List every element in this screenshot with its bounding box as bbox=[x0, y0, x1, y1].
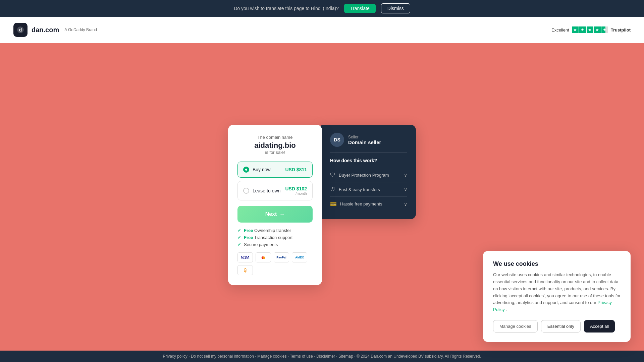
seller-avatar: DS bbox=[330, 133, 344, 147]
buy-now-left: Buy now bbox=[243, 167, 271, 173]
buy-now-option[interactable]: Buy now USD $811 bbox=[237, 162, 313, 178]
footer-do-not-sell-link[interactable]: Do not sell my personal information bbox=[191, 354, 254, 359]
seller-row: DS Seller Domain seller bbox=[330, 133, 407, 153]
svg-text:d: d bbox=[19, 27, 22, 33]
seller-role: Seller bbox=[348, 135, 381, 139]
lease-price-sub: /month bbox=[285, 191, 307, 195]
feature-transaction-text: Free Transaction support bbox=[244, 235, 292, 240]
next-arrow-icon: → bbox=[279, 211, 285, 217]
manage-cookies-button[interactable]: Manage cookies bbox=[493, 320, 538, 333]
chevron-down-icon-2: ∨ bbox=[404, 187, 407, 192]
shield-icon: 🛡 bbox=[330, 172, 335, 178]
godaddy-label: A GoDaddy Brand bbox=[64, 27, 97, 32]
domain-forsale: is for sale! bbox=[237, 150, 313, 155]
trustpilot-stars: ★ ★ ★ ★ ★ bbox=[572, 26, 608, 33]
check-icon-1: ✓ bbox=[237, 228, 241, 233]
footer-copyright: © 2024 Dan.com an Undeveloped BV subsidi… bbox=[357, 354, 481, 359]
fast-transfers-left: ⏱ Fast & easy transfers bbox=[330, 186, 380, 192]
buyer-protection-label: Buyer Protection Program bbox=[339, 173, 389, 178]
buyer-protection-left: 🛡 Buyer Protection Program bbox=[330, 172, 389, 178]
hassle-free-label: Hassle free payments bbox=[340, 201, 382, 206]
feature-ownership: ✓ Free Ownership transfer bbox=[237, 228, 313, 233]
chevron-down-icon-3: ∨ bbox=[404, 201, 407, 207]
hassle-free-item[interactable]: 💳 Hassle free payments ∨ bbox=[330, 197, 407, 211]
translate-button[interactable]: Translate bbox=[344, 4, 376, 13]
cookie-text: Our website uses cookies and similar tec… bbox=[493, 272, 621, 313]
mastercard-icon: ●● bbox=[256, 252, 271, 262]
how-it-works-title: How does this work? bbox=[330, 158, 407, 163]
footer-terms-link[interactable]: Terms of use bbox=[290, 354, 313, 359]
cookie-text-end: . bbox=[506, 307, 507, 312]
feature-transaction: ✓ Free Transaction support bbox=[237, 235, 313, 240]
logo-icon: d bbox=[13, 23, 28, 37]
clock-icon: ⏱ bbox=[330, 186, 335, 192]
fast-transfers-label: Fast & easy transfers bbox=[339, 187, 380, 192]
next-button[interactable]: Next → bbox=[237, 206, 313, 223]
feature-ownership-text: Free Ownership transfer bbox=[244, 228, 291, 233]
paypal-icon: PayPal bbox=[274, 252, 289, 262]
fast-transfers-item[interactable]: ⏱ Fast & easy transfers ∨ bbox=[330, 182, 407, 197]
star-4: ★ bbox=[594, 26, 601, 33]
star-5: ★ bbox=[601, 26, 608, 33]
buy-now-radio bbox=[243, 167, 249, 173]
bitcoin-icon: ₿ bbox=[237, 265, 253, 275]
payment-icons: VISA ●● PayPal AMEX ₿ bbox=[237, 252, 313, 275]
lease-label: Lease to own bbox=[253, 188, 280, 193]
lease-price-value: USD $102 bbox=[285, 186, 307, 191]
translate-bar: Do you wish to translate this page to Hi… bbox=[0, 0, 644, 17]
footer-links: Privacy policy · Do not sell my personal… bbox=[163, 354, 481, 359]
domain-name: aidating.bio bbox=[237, 141, 313, 150]
header: d dan.com A GoDaddy Brand Excellent ★ ★ … bbox=[0, 17, 644, 43]
trustpilot-label: Excellent bbox=[551, 27, 569, 33]
star-1: ★ bbox=[572, 26, 579, 33]
card-icon: 💳 bbox=[330, 201, 337, 207]
amex-icon: AMEX bbox=[292, 252, 307, 262]
buy-now-price: USD $811 bbox=[285, 167, 307, 172]
lease-left: Lease to own bbox=[243, 188, 280, 194]
lease-to-own-option[interactable]: Lease to own USD $102 /month bbox=[237, 181, 313, 200]
buy-now-price-value: USD $811 bbox=[285, 167, 307, 172]
feature-secure-text: Secure payments bbox=[244, 242, 278, 247]
footer-manage-cookies-link[interactable]: Manage cookies bbox=[257, 354, 286, 359]
seller-info-block: Seller Domain seller bbox=[348, 135, 381, 145]
check-icon-2: ✓ bbox=[237, 235, 241, 240]
cookie-title: We use cookies bbox=[493, 260, 621, 267]
lease-radio bbox=[243, 188, 249, 194]
footer-disclaimer-link[interactable]: Disclaimer bbox=[316, 354, 335, 359]
footer-privacy-link[interactable]: Privacy policy bbox=[163, 354, 187, 359]
essential-only-button[interactable]: Essential only bbox=[541, 320, 581, 333]
logo-text: dan.com bbox=[32, 26, 59, 34]
seller-name: Domain seller bbox=[348, 139, 381, 145]
footer: Privacy policy · Do not sell my personal… bbox=[0, 351, 644, 362]
accept-all-button[interactable]: Accept all bbox=[584, 320, 615, 333]
lease-price: USD $102 /month bbox=[285, 186, 307, 195]
chevron-down-icon-1: ∨ bbox=[404, 172, 407, 178]
dismiss-button[interactable]: Dismiss bbox=[381, 3, 410, 13]
translate-message: Do you wish to translate this page to Hi… bbox=[234, 6, 339, 11]
trustpilot-area: Excellent ★ ★ ★ ★ ★ Trustpilot bbox=[551, 26, 631, 33]
cards-container: The domain name aidating.bio is for sale… bbox=[228, 125, 416, 285]
hassle-free-left: 💳 Hassle free payments bbox=[330, 201, 382, 207]
domain-subtitle: The domain name bbox=[237, 135, 313, 140]
logo-area: d dan.com A GoDaddy Brand bbox=[13, 23, 97, 37]
buy-now-label: Buy now bbox=[253, 167, 271, 172]
features-list: ✓ Free Ownership transfer ✓ Free Transac… bbox=[237, 228, 313, 247]
trustpilot-brand: Trustpilot bbox=[611, 27, 631, 33]
purchase-card: The domain name aidating.bio is for sale… bbox=[228, 125, 322, 285]
feature-secure: ✓ Secure payments bbox=[237, 242, 313, 247]
cookie-buttons: Manage cookies Essential only Accept all bbox=[493, 320, 621, 333]
cookie-banner: We use cookies Our website uses cookies … bbox=[483, 251, 631, 342]
next-label: Next bbox=[265, 211, 277, 217]
star-3: ★ bbox=[587, 26, 593, 33]
seller-card: DS Seller Domain seller How does this wo… bbox=[319, 125, 416, 219]
visa-icon: VISA bbox=[237, 252, 253, 262]
buyer-protection-item[interactable]: 🛡 Buyer Protection Program ∨ bbox=[330, 168, 407, 182]
footer-sitemap-link[interactable]: Sitemap bbox=[338, 354, 353, 359]
check-icon-3: ✓ bbox=[237, 242, 241, 247]
star-2: ★ bbox=[579, 26, 586, 33]
